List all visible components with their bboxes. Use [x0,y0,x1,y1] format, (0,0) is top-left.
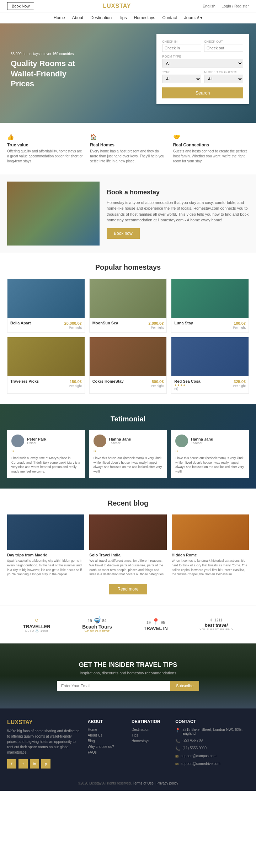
blog-post-desc-2: We all travel at different times, for di… [89,559,166,576]
card-6-price: 325.0€ Per night [233,379,246,388]
top-bar: Book Now LUXSTAY English | Login / Regis… [0,0,256,12]
card-6[interactable]: Red Sea Cosa ★★★★ (6) 325.0€ Per night [171,337,249,394]
footer-destination-col: DESTINATION Destination Tips Homestays [132,719,168,770]
card-6-info: Red Sea Cosa ★★★★ (6) 325.0€ Per night [171,376,249,393]
blog-post-title-2: Solo Travel India [89,553,166,557]
language-link[interactable]: English [203,4,215,8]
login-link[interactable]: Login / Register [222,4,249,8]
card-2-amount: 2,000.0€ [149,321,164,325]
card-1-image [7,279,85,318]
checkin-input[interactable] [162,44,201,52]
footer-phone-1: 📞 (22) 456 789 [175,738,249,743]
social-pinterest[interactable]: p [41,759,50,769]
type-select[interactable]: All [162,75,201,83]
card-5-image [90,337,167,376]
testi-name-1: Peter Park [27,437,46,441]
testi-quote-1: I had such a lovely time at Mary's place… [11,456,81,474]
nav-tips[interactable]: Tips [119,15,127,20]
newsletter-subscribe-button[interactable]: Subscribe [170,681,199,691]
card-2[interactable]: MoonSun Sea 2,000.0€ Per night [89,279,167,333]
travel-in-name: TRAVEL IN [144,626,167,631]
quote-mark-2: " [94,450,163,456]
card-3-info: Luna Stay 100.0€ Per night [171,318,249,332]
nav-joomla[interactable]: Joomla! ▾ [184,15,202,20]
footer-link-destination[interactable]: Destination [132,728,168,732]
footer-link-about[interactable]: About Us [88,733,124,737]
read-more-button[interactable]: Read more [109,584,147,594]
testi-header-2: Hanna Jane Teacher [94,435,163,447]
nav-home[interactable]: Home [54,15,65,20]
card-1-name: Bella Apart [10,321,31,325]
nav-contact[interactable]: Contact [162,15,177,20]
book-now-button-2[interactable]: Book now [107,228,140,239]
checkin-label: CHECK IN [162,40,201,43]
privacy-link[interactable]: Privacy policy [156,781,178,785]
search-box: CHECK IN CHECK OUT ROOM TYPE All TYPE Al… [156,34,249,104]
book-now-button[interactable]: Book Now [7,2,34,10]
social-facebook[interactable]: f [7,759,16,769]
copyright-text: ©2020 Luxstay All rights reserved. [78,781,132,785]
blog-card-3[interactable]: Hidden Rome When it comes to landmark hi… [172,514,249,576]
blog-post-desc-1: Spain's capital is a blooming city with … [7,559,84,576]
nav-about[interactable]: About [72,15,83,20]
card-1[interactable]: Bella Apart 20,000.0€ Per night [7,279,85,333]
email-icon-1: ✉ [175,754,178,759]
homes-icon: 🏠 [90,134,166,140]
social-twitter[interactable]: t [18,759,28,769]
card-3-price: 100.0€ Per night [233,321,246,329]
room-type-row: ROOM TYPE All [162,55,243,68]
card-6-stars: ★★★★ [174,383,200,387]
card-5[interactable]: Cokrs HomeStay 500.0€ Per night [89,337,167,394]
card-5-text: Cokrs HomeStay [92,379,124,383]
newsletter-email-input[interactable] [57,681,170,691]
footer-link-faqs[interactable]: FAQs [88,750,124,754]
testi-header-3: Hanna Jane Teacher [175,435,245,447]
partner-travel-in: 19 📍 95 TRAVEL IN [144,618,167,631]
guests-select[interactable]: All [204,75,243,83]
phone-icon-2: 📞 [175,746,180,751]
beach-tours-name: Beach Tours [82,624,112,630]
card-1-text: Bella Apart [10,321,31,325]
search-button[interactable]: Search [162,87,243,98]
footer-link-home[interactable]: Home [88,728,124,732]
card-3-image [171,279,249,318]
best-travel-year: ✈ 1211 [199,618,233,622]
footer-email-1: ✉ support@campus.com [175,754,249,759]
room-type-select[interactable]: All [162,59,243,68]
type-guests-row: TYPE All NUMBER OF GUESTS All [162,70,243,83]
checkout-input[interactable] [204,44,243,52]
value-icon: 👍 [7,134,83,140]
footer-link-tips[interactable]: Tips [132,733,168,737]
footer-address-text: 2218 Baker Street, London NW1 6XE, Engla… [182,728,249,735]
terms-link[interactable]: Terms of Use [133,781,154,785]
social-linkedin[interactable]: in [30,759,39,769]
feature-homes: 🏠 Real Homes Every home has a host prese… [90,134,166,164]
feature-connections-desc: Guests and hosts connect to create the p… [173,149,249,164]
book-homestay-content: Book a homestay Homestay is a type of ac… [107,189,249,239]
footer-brand: LUXSTAY We're big fans of home sharing a… [7,719,81,770]
card-5-amount: 500.0€ [152,379,164,384]
footer-link-homestays[interactable]: Homestays [132,739,168,743]
blog-image-1 [7,514,84,550]
card-2-image [90,279,167,318]
card-4-name: Travelers Picks [10,379,39,383]
nav-destination[interactable]: Destination [90,15,112,20]
guests-field: NUMBER OF GUESTS All [204,70,243,83]
feature-connections: 🤝 Real Connections Guests and hosts conn… [173,134,249,164]
blog-grid: Day trips from Madrid Spain's capital is… [7,514,249,576]
blog-card-1[interactable]: Day trips from Madrid Spain's capital is… [7,514,84,576]
type-field: TYPE All [162,70,201,83]
beach-tours-year: 19 🤿 84 [82,616,112,624]
card-4[interactable]: Travelers Picks 150.0€ Per night [7,337,85,394]
traveller-sub: ESTD ⚓ 1968 [23,629,50,632]
footer-about-heading: ABOUT [88,719,124,724]
blog-card-2[interactable]: Solo Travel India We all travel at diffe… [89,514,166,576]
card-6-sub: (6) [174,387,200,390]
card-4-text: Travelers Picks [10,379,39,383]
footer-link-blog[interactable]: Blog [88,739,124,743]
blog-image-3 [172,514,249,550]
card-3[interactable]: Luna Stay 100.0€ Per night [171,279,249,333]
footer-link-why[interactable]: Why choose us? [88,745,124,749]
blog-section: Recent blog Day trips from Madrid Spain'… [0,489,256,605]
nav-homestays[interactable]: Homestays [134,15,155,20]
